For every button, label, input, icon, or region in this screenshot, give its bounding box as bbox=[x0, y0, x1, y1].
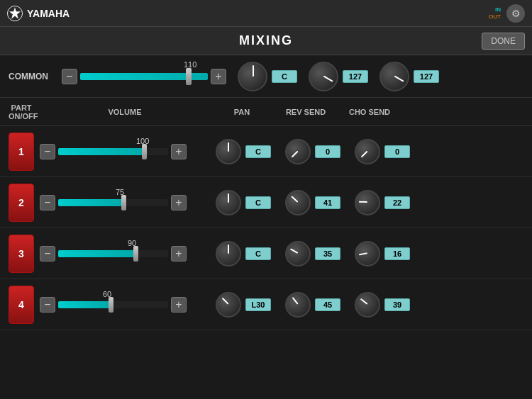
part-2-cho-value: 22 bbox=[384, 196, 410, 209]
col-pan-header: PAN bbox=[210, 108, 274, 116]
common-volume-slider[interactable]: 110 bbox=[80, 67, 208, 86]
part-4-cho-value: 39 bbox=[384, 298, 410, 311]
part-1-volume-decrease[interactable]: − bbox=[40, 144, 55, 159]
yamaha-emblem-icon bbox=[7, 6, 23, 21]
part-3-button[interactable]: 3 bbox=[9, 235, 34, 273]
part-4-pan-knob[interactable] bbox=[216, 292, 241, 317]
part-3-volume-decrease[interactable]: − bbox=[40, 246, 55, 262]
part-1-pan-knob[interactable] bbox=[216, 139, 241, 164]
part-1-fill bbox=[58, 148, 142, 155]
column-headers: PARTON/OFF VOLUME PAN REV SEND CHO SEND bbox=[0, 98, 532, 126]
common-pan-value: C bbox=[272, 70, 297, 83]
common-rev-knob[interactable] bbox=[309, 62, 338, 91]
part-2-rev-value: 41 bbox=[315, 196, 340, 209]
part-1-cho-group: 0 bbox=[355, 139, 419, 164]
part-2-pan-indicator bbox=[228, 193, 229, 202]
gear-icon: ⚙ bbox=[511, 8, 521, 19]
part-4-volume-section: − 60 + bbox=[40, 297, 210, 313]
part-4-pan-indicator bbox=[222, 298, 229, 305]
part-4-volume-increase[interactable]: + bbox=[171, 297, 187, 313]
part-1-rev-knob[interactable] bbox=[285, 139, 311, 164]
part-4-thumb[interactable] bbox=[109, 297, 113, 313]
part-2-thumb[interactable] bbox=[121, 195, 126, 210]
part-2-volume-increase[interactable]: + bbox=[171, 195, 187, 210]
part-1-cho-knob[interactable] bbox=[355, 139, 380, 164]
part-1-cho-indicator bbox=[361, 151, 368, 158]
part-4-rev-indicator bbox=[292, 297, 299, 305]
part-2-slider-wrapper: 75 bbox=[58, 199, 168, 206]
part-4-fill bbox=[58, 301, 109, 308]
common-cho-group: 127 bbox=[379, 62, 439, 91]
part-3-rev-indicator bbox=[290, 249, 299, 254]
settings-button[interactable]: ⚙ bbox=[506, 4, 525, 23]
header: YAMAHA IN OUT ⚙ bbox=[0, 0, 532, 27]
part-2-fill bbox=[58, 199, 121, 206]
part-2-pan-knob[interactable] bbox=[216, 190, 241, 215]
done-button[interactable]: DONE bbox=[482, 33, 525, 50]
part-3-volume-increase[interactable]: + bbox=[171, 246, 187, 262]
part-2-button[interactable]: 2 bbox=[9, 184, 34, 222]
part-2-volume-decrease[interactable]: − bbox=[40, 195, 55, 210]
part-1-slider-wrapper: 100 bbox=[58, 148, 168, 155]
part-1-volume-increase[interactable]: + bbox=[171, 144, 187, 159]
part-1-track[interactable] bbox=[58, 148, 168, 155]
part-3-rev-group: 35 bbox=[285, 241, 349, 266]
part-row-3: 3 − 90 + C 35 bbox=[0, 228, 532, 279]
part-4-rev-knob[interactable] bbox=[285, 292, 311, 317]
common-pan-indicator bbox=[253, 65, 254, 76]
part-3-track[interactable] bbox=[58, 250, 168, 257]
part-4-slider-wrapper: 60 bbox=[58, 301, 168, 308]
common-volume-track: 110 bbox=[80, 73, 208, 80]
part-3-pan-knob[interactable] bbox=[216, 241, 241, 266]
part-row-4: 4 − 60 + L30 45 bbox=[0, 279, 532, 330]
part-1-pan-group: C bbox=[216, 139, 279, 164]
common-rev-value: 127 bbox=[343, 70, 368, 83]
part-2-pan-value: C bbox=[245, 196, 271, 209]
part-1-volume-section: − 100 + bbox=[40, 144, 210, 159]
part-4-button[interactable]: 4 bbox=[9, 286, 34, 324]
part-1-pan-value: C bbox=[245, 145, 271, 158]
part-3-cho-group: 16 bbox=[355, 241, 419, 266]
part-2-cho-knob[interactable] bbox=[355, 190, 380, 215]
part-3-cho-indicator bbox=[359, 253, 367, 256]
part-2-rev-group: 41 bbox=[285, 190, 349, 215]
common-cho-indicator bbox=[394, 76, 404, 82]
part-2-rev-indicator bbox=[291, 196, 298, 203]
common-pan-group: C bbox=[238, 62, 297, 91]
part-1-rev-group: 0 bbox=[285, 139, 349, 164]
in-out-label: IN OUT bbox=[489, 6, 501, 20]
common-label: COMMON bbox=[9, 72, 55, 82]
part-4-rev-group: 45 bbox=[285, 292, 349, 317]
in-label: IN bbox=[495, 6, 501, 13]
part-3-cho-knob[interactable] bbox=[355, 241, 380, 266]
common-rev-group: 127 bbox=[309, 62, 368, 91]
part-1-thumb[interactable] bbox=[142, 144, 147, 159]
part-3-pan-indicator bbox=[228, 245, 229, 253]
part-3-rev-knob[interactable] bbox=[285, 241, 311, 266]
common-cho-knob[interactable] bbox=[379, 62, 409, 91]
common-volume-increase[interactable]: + bbox=[211, 69, 226, 84]
part-4-volume-decrease[interactable]: − bbox=[40, 297, 55, 313]
part-2-volume-section: − 75 + bbox=[40, 195, 210, 210]
part-3-volume-section: − 90 + bbox=[40, 246, 210, 262]
col-rev-header: REV SEND bbox=[274, 108, 338, 116]
part-2-track[interactable] bbox=[58, 199, 168, 206]
part-3-pan-group: C bbox=[216, 241, 279, 266]
part-3-pan-value: C bbox=[245, 247, 271, 260]
part-3-thumb[interactable] bbox=[133, 246, 138, 262]
part-1-button[interactable]: 1 bbox=[9, 133, 34, 171]
common-volume-thumb[interactable] bbox=[186, 68, 192, 85]
part-1-rev-value: 0 bbox=[315, 145, 340, 158]
part-2-rev-knob[interactable] bbox=[285, 190, 311, 215]
part-4-cho-indicator bbox=[360, 298, 368, 305]
col-part-header: PARTON/OFF bbox=[9, 103, 34, 120]
common-pan-knob[interactable] bbox=[238, 62, 267, 91]
col-volume-header: VOLUME bbox=[40, 108, 210, 116]
part-2-pan-group: C bbox=[216, 190, 279, 215]
part-4-cho-group: 39 bbox=[355, 292, 419, 317]
yamaha-logo: YAMAHA bbox=[7, 6, 70, 21]
part-3-fill bbox=[58, 250, 133, 257]
part-4-cho-knob[interactable] bbox=[355, 292, 380, 317]
common-volume-decrease[interactable]: − bbox=[62, 69, 77, 84]
part-4-track[interactable] bbox=[58, 301, 168, 308]
